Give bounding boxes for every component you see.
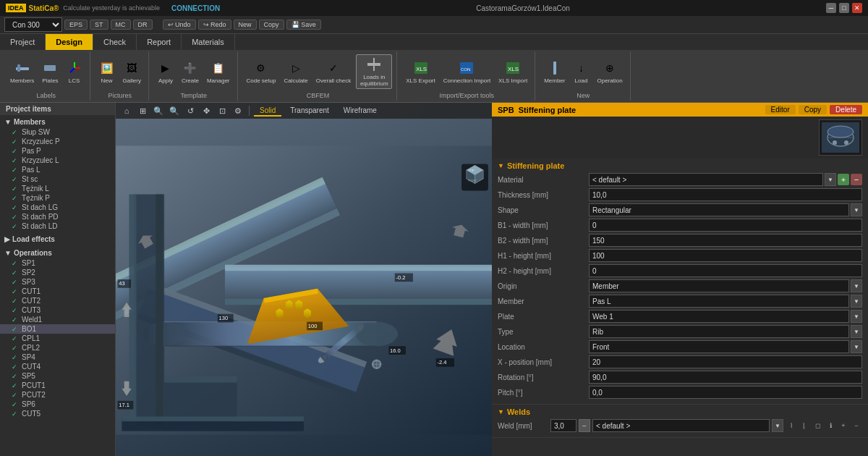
save-btn[interactable]: 💾 Save: [286, 20, 321, 30]
tab-project[interactable]: Project: [0, 34, 46, 50]
tree-item-sp6[interactable]: ✓SP6: [0, 400, 115, 409]
new-load-btn[interactable]: ↓ Load: [570, 59, 592, 85]
editor-btn[interactable]: Editor: [765, 105, 796, 114]
tree-item-cut5[interactable]: ✓CUT5: [0, 409, 115, 418]
dr-btn[interactable]: DR: [133, 20, 153, 30]
weld-material-dropdown-btn[interactable]: ▼: [772, 419, 783, 432]
tree-item-sp3[interactable]: ✓SP3: [0, 277, 115, 287]
weld-remove-btn[interactable]: −: [851, 419, 862, 432]
settings-view-btn[interactable]: ⚙: [231, 104, 244, 117]
eps-btn[interactable]: EPS: [64, 20, 88, 30]
tree-item-pcut2[interactable]: ✓PCUT2: [0, 390, 115, 400]
maximize-button[interactable]: □: [839, 3, 849, 13]
h1-height-input[interactable]: [589, 249, 862, 262]
tree-item-cut2[interactable]: ✓CUT2: [0, 296, 115, 305]
tab-design[interactable]: Design: [46, 34, 93, 50]
location-dropdown-btn[interactable]: ▼: [851, 340, 862, 353]
h2-height-input[interactable]: [589, 264, 862, 277]
connection-dropdown[interactable]: Con 300 Con 301: [4, 17, 62, 32]
plates-label-btn[interactable]: Plates: [39, 59, 61, 85]
zoom-all-btn[interactable]: ⊞: [136, 104, 149, 117]
tab-wireframe[interactable]: Wireframe: [338, 106, 383, 117]
tab-solid[interactable]: Solid: [254, 106, 281, 117]
plate-dropdown-btn[interactable]: ▼: [851, 310, 862, 323]
b1-width-input[interactable]: [589, 219, 862, 232]
tree-item-st-sc[interactable]: ✓St sc: [0, 174, 115, 184]
copy-props-btn[interactable]: Copy: [799, 105, 827, 114]
weld-size-input[interactable]: [550, 419, 576, 432]
tree-item-cpl2[interactable]: ✓CPL2: [0, 343, 115, 352]
home-view-btn[interactable]: ⌂: [120, 104, 133, 117]
code-setup-btn[interactable]: ⚙ Code setup: [244, 59, 279, 85]
3d-model-view[interactable]: TOP FRONT 43 130 100: [116, 119, 492, 456]
new-operation-btn[interactable]: ⊕ Operation: [594, 59, 625, 85]
viewport-3d[interactable]: ⌂ ⊞ 🔍 🔍 ↺ ✥ ⊡ ⚙ Solid Transparent Wirefr…: [116, 103, 492, 456]
material-dropdown-btn[interactable]: ▼: [825, 173, 836, 186]
new-btn[interactable]: New: [234, 20, 257, 30]
x-position-input[interactable]: [589, 355, 862, 368]
tab-transparent[interactable]: Transparent: [284, 106, 335, 117]
fit-btn[interactable]: ⊡: [216, 104, 229, 117]
tree-item-cut3[interactable]: ✓CUT3: [0, 305, 115, 315]
members-section-header[interactable]: ▼ Members: [0, 117, 115, 127]
tree-item-bo1[interactable]: ✓BO1: [0, 324, 115, 334]
tree-item-weld1[interactable]: ✓Weld1: [0, 315, 115, 324]
tab-materials[interactable]: Materials: [182, 34, 235, 50]
tree-item-sp4[interactable]: ✓SP4: [0, 352, 115, 362]
pan-btn[interactable]: ✥: [200, 104, 213, 117]
undo-btn[interactable]: ↩ Undo: [163, 20, 196, 30]
delete-btn[interactable]: Delete: [830, 105, 862, 114]
b2-width-input[interactable]: [589, 234, 862, 247]
tree-item-sp5[interactable]: ✓SP5: [0, 371, 115, 381]
tree-item-teznik-l[interactable]: ✓Tężnik L: [0, 184, 115, 193]
overall-check-btn[interactable]: ✓ Overall check: [313, 59, 354, 85]
rotate-btn[interactable]: ↺: [184, 104, 197, 117]
weld-info-btn[interactable]: ℹ: [825, 419, 836, 432]
tree-item-krzyzulec-l[interactable]: ✓Krzyzulec L: [0, 156, 115, 165]
tree-item-pas-p[interactable]: ✓Pas P: [0, 146, 115, 156]
project-items-header[interactable]: Project items: [0, 103, 115, 115]
members-label-btn[interactable]: Members: [7, 59, 37, 85]
member-dropdown-btn[interactable]: ▼: [851, 295, 862, 308]
weld-add-btn[interactable]: +: [838, 419, 849, 432]
mc-btn[interactable]: MC: [111, 20, 131, 30]
xls-export-btn[interactable]: XLS XLS Export: [403, 59, 438, 85]
tree-item-pcut1[interactable]: ✓PCUT1: [0, 381, 115, 390]
loads-equilibrium-btn[interactable]: Loads in equilibrium: [356, 54, 392, 89]
tree-item-st-dach-pd[interactable]: ✓St dach PD: [0, 212, 115, 221]
lcs-label-btn[interactable]: LCS: [64, 59, 85, 85]
weld-decrement-btn[interactable]: −: [579, 419, 590, 432]
tab-report[interactable]: Report: [137, 34, 182, 50]
weld-type-1-btn[interactable]: ⌇: [786, 419, 797, 432]
tab-check[interactable]: Check: [93, 34, 137, 50]
tree-item-cpl1[interactable]: ✓CPL1: [0, 334, 115, 343]
minimize-button[interactable]: ─: [826, 3, 836, 13]
rotation-input[interactable]: [589, 371, 862, 384]
gallery-btn[interactable]: 🖼 Gallery: [120, 59, 144, 85]
load-effects-header[interactable]: ▶ Load effects: [0, 234, 115, 245]
redo-btn[interactable]: ↪ Redo: [198, 20, 231, 30]
tree-item-cut1[interactable]: ✓CUT1: [0, 287, 115, 296]
st-btn[interactable]: ST: [90, 20, 109, 30]
tree-item-pas-l[interactable]: ✓Pas L: [0, 165, 115, 174]
material-add-btn[interactable]: +: [838, 174, 849, 185]
new-member-btn[interactable]: Member: [541, 59, 568, 85]
pitch-input[interactable]: [589, 386, 862, 399]
stiffening-plate-header[interactable]: ▼ Stiffening plate: [498, 161, 862, 170]
create-btn[interactable]: ➕ Create: [179, 59, 202, 85]
thickness-input[interactable]: [589, 188, 862, 201]
tree-item-krzyzulec-p[interactable]: ✓Krzyzulec P: [0, 137, 115, 146]
connection-import-btn[interactable]: CON Connection Import: [441, 59, 493, 85]
zoom-out-btn[interactable]: 🔍: [168, 104, 181, 117]
type-dropdown-btn[interactable]: ▼: [851, 325, 862, 338]
tree-item-slup-sw[interactable]: ✓Słup SW: [0, 127, 115, 137]
calculate-btn[interactable]: ▷ Calculate: [281, 59, 310, 85]
xls-import-btn[interactable]: XLS XLS Import: [495, 59, 530, 85]
close-button[interactable]: ✕: [852, 3, 862, 13]
manager-btn[interactable]: 📋 Manager: [204, 59, 233, 85]
material-remove-btn[interactable]: −: [851, 174, 862, 185]
new-picture-btn[interactable]: 🖼️ New: [96, 59, 118, 85]
welds-header[interactable]: ▼ Welds: [498, 408, 862, 416]
shape-dropdown-btn[interactable]: ▼: [851, 203, 862, 216]
apply-btn[interactable]: ▶ Apply: [155, 59, 176, 85]
